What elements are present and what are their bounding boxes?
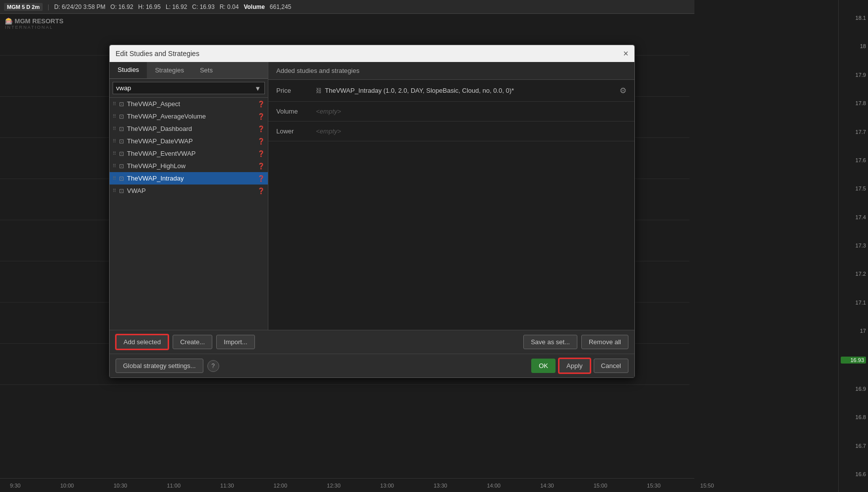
- study-type-icon: ⊡: [119, 175, 124, 182]
- time-1030: 10:30: [114, 483, 127, 489]
- high-value: H: 16.95: [138, 3, 161, 10]
- drag-icon: ⠿: [113, 163, 116, 169]
- study-item-thevwap-dashboard[interactable]: ⠿ ⊡ TheVWAP_Dashboard ❓: [110, 123, 268, 135]
- price-17_1: 17.1: [841, 300, 866, 306]
- price-17_5: 17.5: [841, 185, 866, 191]
- study-type-icon: ⊡: [119, 138, 124, 145]
- edit-studies-dialog: Edit Studies and Strategies × Studies St…: [109, 45, 635, 378]
- study-name: TheVWAP_AverageVolume: [127, 113, 255, 120]
- tab-studies[interactable]: Studies: [110, 62, 147, 78]
- price-16_6: 16.6: [841, 471, 866, 477]
- import-button[interactable]: Import...: [216, 335, 255, 349]
- study-item-thevwap-eventvwap[interactable]: ⠿ ⊡ TheVWAP_EventVWAP ❓: [110, 147, 268, 160]
- help-icon[interactable]: ❓: [257, 125, 265, 132]
- price-17_7: 17.7: [841, 129, 866, 135]
- study-type-icon: ⊡: [119, 163, 124, 170]
- footer-dialog-actions: OK Apply Cancel: [531, 358, 628, 373]
- ok-button[interactable]: OK: [531, 359, 556, 373]
- create-button[interactable]: Create...: [173, 335, 212, 349]
- study-item-thevwap-datevwap[interactable]: ⠿ ⊡ TheVWAP_DateVWAP ❓: [110, 135, 268, 147]
- help-icon[interactable]: ❓: [257, 113, 265, 120]
- logo: 🎰 MGM RESORTS INTERNATIONAL: [5, 17, 63, 30]
- apply-button[interactable]: Apply: [558, 358, 591, 373]
- price-row-label: Price: [276, 87, 316, 94]
- study-name: TheVWAP_Dashboard: [127, 125, 255, 132]
- save-as-set-button[interactable]: Save as set...: [523, 335, 577, 349]
- tab-strategies[interactable]: Strategies: [147, 62, 192, 78]
- time-1200: 12:00: [274, 483, 288, 489]
- low-value: L: 16.92: [166, 3, 187, 10]
- left-panel: Studies Strategies Sets ▼ ⠿ ⊡ TheVWAP_As…: [110, 62, 268, 330]
- lower-row-label: Lower: [276, 127, 316, 135]
- price-18_1: 18.1: [841, 15, 866, 21]
- price-17: 17: [841, 328, 866, 334]
- price-18: 18: [841, 43, 866, 49]
- right-panel: Added studies and strategies Price ⛓ The…: [268, 62, 634, 330]
- right-panel-header: Added studies and strategies: [268, 62, 634, 80]
- drag-icon: ⠿: [113, 151, 116, 156]
- tab-sets[interactable]: Sets: [192, 62, 221, 78]
- global-strategy-button[interactable]: Global strategy settings...: [116, 359, 203, 373]
- price-16_7: 16.7: [841, 443, 866, 449]
- remove-all-button[interactable]: Remove all: [581, 335, 628, 349]
- study-item-thevwap-highlow[interactable]: ⠿ ⊡ TheVWAP_HighLow ❓: [110, 160, 268, 172]
- lower-study-row: Lower <empty>: [268, 122, 634, 141]
- drag-icon: ⠿: [113, 138, 116, 144]
- cancel-button[interactable]: Cancel: [594, 359, 628, 373]
- study-item-vwap[interactable]: ⠿ ⊡ VWAP ❓: [110, 184, 268, 197]
- help-icon[interactable]: ❓: [257, 150, 265, 157]
- right-panel-content: Price ⛓ TheVWAP_Intraday (1.0, 2.0, DAY,…: [268, 80, 634, 330]
- price-row-value: ⛓ TheVWAP_Intraday (1.0, 2.0, DAY, Slope…: [316, 87, 620, 94]
- price-17_2: 17.2: [841, 271, 866, 277]
- volume-row-value: <empty>: [316, 108, 626, 115]
- help-icon[interactable]: ❓: [257, 187, 265, 194]
- footer-left-actions: Global strategy settings... ?: [116, 359, 219, 373]
- time-1300: 13:00: [380, 483, 394, 489]
- price-study-name: TheVWAP_Intraday (1.0, 2.0, DAY, SlopeBa…: [325, 87, 514, 94]
- tabs-bar: Studies Strategies Sets: [110, 62, 268, 79]
- volume-value: 661,245: [270, 3, 291, 10]
- range-value: R: 0.04: [220, 3, 239, 10]
- dropdown-icon[interactable]: ▼: [254, 84, 261, 92]
- top-bar: MGM 5 D 2m | D: 6/24/20 3:58 PM O: 16.92…: [0, 0, 694, 14]
- time-scale: 9:30 10:00 10:30 11:00 11:30 12:00 12:30…: [0, 478, 694, 492]
- price-17_8: 17.8: [841, 100, 866, 106]
- help-icon[interactable]: ❓: [257, 101, 265, 108]
- help-icon[interactable]: ❓: [257, 163, 265, 170]
- study-item-thevwap-intraday[interactable]: ⠿ ⊡ TheVWAP_Intraday ❓: [110, 172, 268, 184]
- study-item-thevwap-averagevolume[interactable]: ⠿ ⊡ TheVWAP_AverageVolume ❓: [110, 110, 268, 123]
- help-icon[interactable]: ❓: [257, 175, 265, 182]
- price-16_9: 16.9: [841, 386, 866, 392]
- footer-help-button[interactable]: ?: [207, 360, 219, 372]
- time-1330: 13:30: [434, 483, 447, 489]
- settings-gear-icon[interactable]: ⚙: [620, 86, 626, 95]
- study-list: ⠿ ⊡ TheVWAP_Aspect ❓ ⠿ ⊡ TheVWAP_Average…: [110, 98, 268, 330]
- add-selected-button[interactable]: Add selected: [116, 334, 169, 350]
- study-name: TheVWAP_EventVWAP: [127, 150, 255, 157]
- time-1550: 15:50: [700, 483, 714, 489]
- dialog-close-button[interactable]: ×: [623, 49, 628, 58]
- dialog-title: Edit Studies and Strategies: [116, 50, 199, 58]
- time-1500: 15:00: [594, 483, 608, 489]
- drag-icon: ⠿: [113, 188, 116, 193]
- search-wrapper: ▼: [113, 82, 265, 94]
- study-type-icon: ⊡: [119, 113, 124, 120]
- drag-icon: ⠿: [113, 114, 116, 119]
- footer-bottom-row: Global strategy settings... ? OK Apply C…: [110, 354, 634, 377]
- close-value: C: 16.93: [192, 3, 214, 10]
- open-value: O: 16.92: [111, 3, 133, 10]
- volume-label: Volume: [244, 3, 264, 10]
- search-input[interactable]: [113, 82, 265, 94]
- grid-line: [0, 384, 689, 385]
- price-scale: 18.1 18 17.9 17.8 17.7 17.6 17.5 17.4 17…: [838, 0, 868, 492]
- price-active: 16.93: [841, 357, 866, 364]
- time-1230: 12:30: [327, 483, 341, 489]
- time-930: 9:30: [10, 483, 20, 489]
- time-1400: 14:00: [487, 483, 501, 489]
- price-17_4: 17.4: [841, 214, 866, 220]
- time-1130: 11:30: [220, 483, 234, 489]
- study-item-thevwap-aspect[interactable]: ⠿ ⊡ TheVWAP_Aspect ❓: [110, 98, 268, 110]
- drag-icon: ⠿: [113, 176, 116, 181]
- help-icon[interactable]: ❓: [257, 138, 265, 145]
- time-1530: 15:30: [647, 483, 661, 489]
